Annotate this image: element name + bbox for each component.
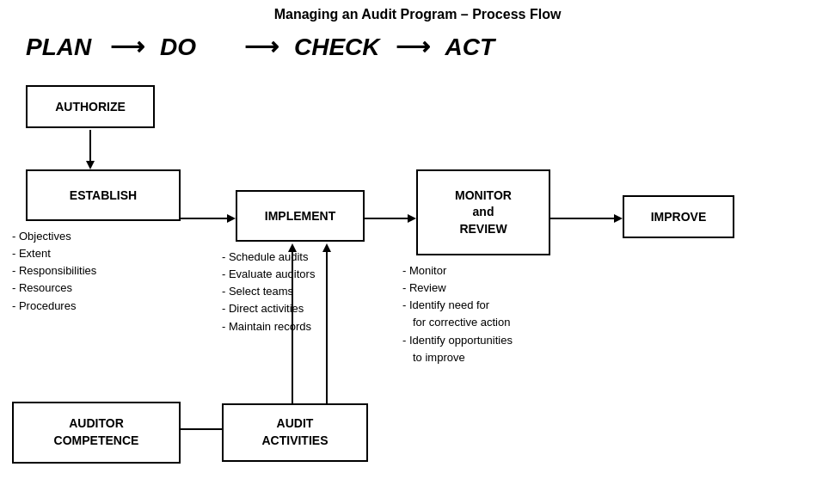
flow-area: AUTHORIZE ESTABLISH - Objectives - Exten… (0, 68, 835, 489)
monitor-list-item: - Identify opportunities (402, 332, 600, 349)
monitor-list-item: to improve (402, 349, 600, 366)
pdca-check: CHECK (294, 34, 380, 61)
establish-list-item: - Resources (12, 280, 184, 297)
pdca-act: ACT (445, 34, 514, 61)
svg-marker-7 (614, 214, 623, 223)
establish-box: ESTABLISH (26, 169, 181, 221)
establish-list-item: - Procedures (12, 298, 184, 315)
implement-list-item: - Direct activities (222, 300, 394, 317)
svg-marker-5 (408, 214, 416, 223)
establish-list-item: - Extent (12, 245, 184, 262)
svg-marker-3 (227, 214, 236, 223)
monitor-list-item: - Review (402, 280, 600, 297)
auditor-competence-box: AUDITOR COMPETENCE (12, 402, 181, 464)
arrow-check-act: ⟶ (396, 33, 430, 61)
authorize-box: AUTHORIZE (26, 85, 155, 128)
establish-list-item: - Objectives (12, 228, 184, 245)
monitor-list: - Monitor - Review - Identify need for f… (402, 262, 600, 366)
establish-list-item: - Responsibilities (12, 262, 184, 280)
monitor-list-item: for corrective action (402, 314, 600, 331)
establish-list: - Objectives - Extent - Responsibilities… (12, 228, 184, 315)
monitor-list-item: - Monitor (402, 262, 600, 280)
svg-marker-1 (86, 161, 95, 169)
pdca-do: DO (160, 34, 229, 61)
pdca-plan: PLAN (26, 34, 95, 61)
main-title: Managing an Audit Program – Process Flow (0, 0, 835, 26)
improve-box: IMPROVE (623, 195, 734, 238)
implement-box: IMPLEMENT (236, 190, 365, 242)
implement-list: - Schedule audits - Evaluate auditors - … (222, 249, 394, 335)
implement-list-item: - Select teams (222, 283, 394, 300)
arrow-do-check: ⟶ (244, 33, 279, 61)
implement-list-item: - Schedule audits (222, 249, 394, 266)
monitor-list-item: - Identify need for (402, 297, 600, 314)
audit-activities-box: AUDIT ACTIVITIES (222, 403, 368, 462)
arrow-plan-do: ⟶ (110, 33, 144, 61)
implement-list-item: - Maintain records (222, 318, 394, 335)
implement-list-item: - Evaluate auditors (222, 266, 394, 283)
monitor-box: MONITOR and REVIEW (416, 169, 550, 255)
pdca-row: PLAN ⟶ DO ⟶ CHECK ⟶ ACT (0, 26, 835, 68)
